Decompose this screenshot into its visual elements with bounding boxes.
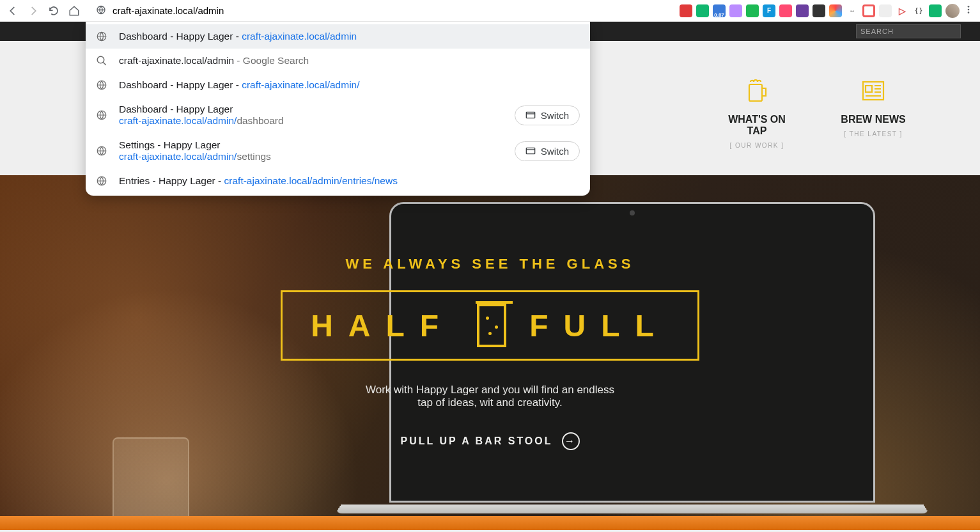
globe-icon (96, 79, 107, 91)
ext-icon-gauge[interactable]: 0.87 (713, 4, 726, 17)
site-info-icon[interactable] (96, 4, 106, 17)
svg-point-3 (968, 12, 970, 13)
ext-icon[interactable]: ▷ (896, 4, 908, 17)
suggestion-text: Settings - Happy Lagercraft-ajaxinate.lo… (119, 139, 503, 162)
newspaper-icon (859, 77, 887, 105)
suggestion-text: Dashboard - Happy Lagercraft-ajaxinate.l… (119, 104, 503, 127)
hero-section: WE ALWAYS SEE THE GLASS HALF FULL Work w… (0, 175, 980, 530)
ext-icon[interactable]: F (763, 4, 775, 17)
hero-word-left: HALF (311, 308, 454, 343)
ext-icon[interactable] (813, 4, 825, 17)
ext-icon[interactable]: { } (912, 4, 925, 17)
suggestion-row[interactable]: Dashboard - Happy Lagercraft-ajaxinate.l… (86, 97, 590, 133)
ext-icon[interactable] (729, 4, 742, 17)
omnibox-suggestions: Dashboard - Happy Lager - craft-ajaxinat… (86, 22, 590, 196)
ext-icon[interactable]: ↔ (846, 4, 859, 17)
ext-icon[interactable] (862, 4, 875, 17)
svg-point-2 (968, 9, 970, 11)
globe-icon (96, 109, 107, 121)
nav-sublabel: [ THE LATEST ] (838, 130, 908, 137)
hero-eyebrow: WE ALWAYS SEE THE GLASS (0, 256, 980, 272)
nav-label: BREW NEWS (838, 114, 908, 125)
profile-avatar[interactable] (945, 4, 960, 18)
globe-icon (96, 145, 107, 157)
ext-icon[interactable] (929, 4, 942, 17)
suggestion-row[interactable]: Dashboard - Happy Lager - craft-ajaxinat… (86, 24, 590, 49)
browser-toolbar: 0.87 F ↔ ▷ { } (0, 0, 980, 22)
beer-icon (743, 77, 771, 105)
suggestion-row[interactable]: Dashboard - Happy Lager - craft-ajaxinat… (86, 73, 590, 97)
ext-badge: 0.87 (713, 12, 726, 18)
ext-icon[interactable] (796, 4, 809, 17)
nav-sublabel: [ OUR WORK ] (722, 142, 792, 149)
suggestion-text: Entries - Happy Lager - craft-ajaxinate.… (119, 175, 580, 187)
ext-icon[interactable] (879, 4, 892, 17)
arrow-right-icon: → (562, 432, 580, 450)
url-input[interactable] (88, 2, 672, 20)
home-button[interactable] (68, 4, 81, 17)
search-icon (96, 55, 107, 66)
address-bar[interactable] (88, 2, 672, 20)
back-button[interactable] (6, 4, 19, 17)
hero-content: WE ALWAYS SEE THE GLASS HALF FULL Work w… (0, 256, 980, 450)
reload-button[interactable] (47, 4, 60, 17)
switch-to-tab-button[interactable]: Switch (515, 106, 580, 125)
hero-footer-bar (0, 516, 980, 530)
search-placeholder: SEARCH (860, 27, 894, 35)
suggestion-text: Dashboard - Happy Lager - craft-ajaxinat… (119, 31, 580, 42)
suggestion-text: craft-ajaxinate.local/admin - Google Sea… (119, 55, 580, 66)
hero-title-box: HALF FULL (281, 290, 699, 361)
suggestion-row[interactable]: Settings - Happy Lagercraft-ajaxinate.lo… (86, 133, 590, 169)
site-search-input[interactable]: SEARCH (856, 24, 961, 38)
suggestion-row[interactable]: Entries - Happy Lager - craft-ajaxinate.… (86, 169, 590, 193)
ext-icon[interactable] (779, 4, 792, 17)
globe-icon (96, 175, 107, 187)
switch-to-tab-button[interactable]: Switch (515, 141, 580, 161)
ext-icon[interactable] (746, 4, 759, 17)
ext-icon[interactable] (696, 4, 709, 17)
nav-item-brew-news[interactable]: BREW NEWS [ THE LATEST ] (838, 77, 908, 137)
nav-label: WHAT'S ON TAP (722, 114, 792, 137)
ext-icon[interactable] (680, 4, 692, 17)
hero-word-right: FULL (529, 308, 669, 343)
suggestion-row[interactable]: craft-ajaxinate.local/admin - Google Sea… (86, 49, 590, 73)
glass-icon (477, 304, 506, 347)
svg-rect-8 (526, 112, 534, 118)
suggestion-text: Dashboard - Happy Lager - craft-ajaxinat… (119, 79, 580, 91)
browser-menu-button[interactable] (963, 4, 974, 17)
hero-subtitle: Work with Happy Lager and you will find … (0, 384, 980, 409)
globe-icon (96, 31, 107, 42)
extensions-row: 0.87 F ↔ ▷ { } (680, 4, 974, 18)
ext-icon[interactable] (829, 4, 842, 17)
forward-button[interactable] (27, 4, 40, 17)
nav-item-whats-on-tap[interactable]: WHAT'S ON TAP [ OUR WORK ] (722, 77, 792, 149)
svg-point-5 (97, 56, 104, 63)
svg-rect-10 (526, 148, 534, 153)
svg-rect-12 (749, 84, 762, 101)
svg-point-1 (968, 6, 970, 8)
hero-cta-link[interactable]: PULL UP A BAR STOOL→ (400, 432, 579, 450)
